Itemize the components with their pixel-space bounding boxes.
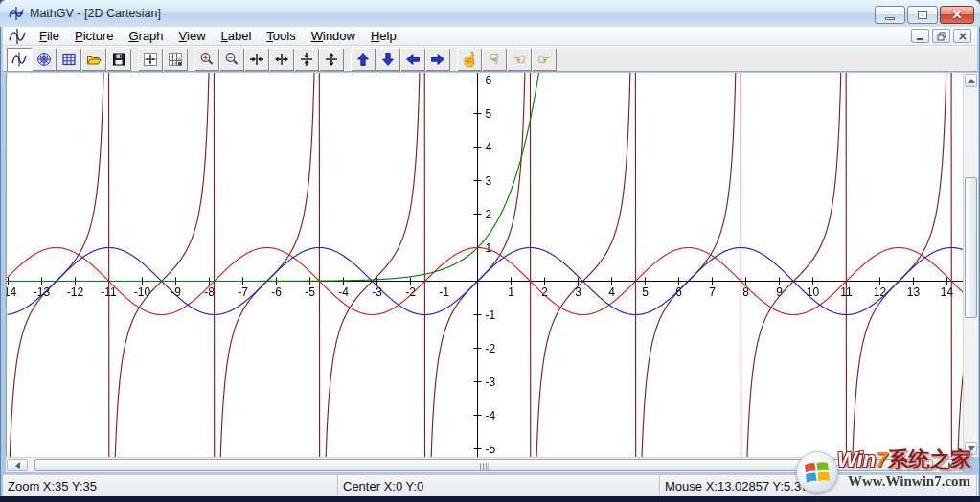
pan-right-button[interactable] — [425, 48, 450, 71]
hand-up-icon: ☝ — [461, 51, 479, 68]
hand-left-icon: ☜ — [513, 51, 525, 68]
vertical-scrollbar[interactable] — [963, 73, 978, 457]
nudge-right-button[interactable]: ☞ — [532, 48, 557, 71]
maximize-button[interactable] — [907, 6, 938, 24]
grid-settings-button[interactable] — [163, 48, 188, 71]
windows-logo-orb — [796, 451, 838, 493]
pan-down-button[interactable] — [376, 48, 400, 71]
menu-bar: FilePictureGraphViewLabelToolsWindowHelp — [3, 27, 977, 46]
axes-settings-button[interactable] — [138, 48, 163, 71]
axes-box-icon — [143, 52, 158, 67]
pan-left-button[interactable] — [400, 48, 425, 71]
compress-x-button[interactable] — [244, 48, 269, 71]
zoom-in-button[interactable] — [194, 48, 219, 71]
minimize-button[interactable] — [875, 6, 905, 24]
winwin7-watermark: Win7系统之家 Www.Winwin7.com — [794, 447, 980, 497]
close-button[interactable]: ✕ — [940, 6, 974, 24]
window-title: MathGV - [2D Cartesian] — [30, 7, 161, 20]
expand-x-button[interactable] — [269, 48, 294, 71]
maximize-icon — [918, 11, 927, 19]
watermark-cn: 系统之家 — [887, 447, 971, 471]
status-center: Center X:0 Y:0 — [338, 475, 660, 497]
title-bar[interactable]: MathGV - [2D Cartesian] ✕ — [0, 0, 980, 27]
open-file-button[interactable] — [81, 48, 106, 71]
hand-right-icon: ☞ — [537, 51, 550, 68]
scroll-left-icon — [15, 462, 20, 469]
expand-vertical-icon — [324, 52, 339, 67]
menu-graph[interactable]: Graph — [121, 27, 171, 45]
zoom-out-button[interactable] — [219, 48, 244, 71]
mdi-restore-button[interactable] — [932, 29, 950, 43]
save-file-button[interactable] — [106, 48, 131, 71]
arrow-down-icon — [380, 52, 396, 67]
floppy-disk-icon — [111, 52, 126, 67]
new-2d-function-graph-button[interactable] — [7, 48, 32, 71]
status-zoom: Zoom X:35 Y:35 — [3, 475, 338, 497]
menu-picture[interactable]: Picture — [67, 27, 121, 45]
arrow-right-icon — [430, 52, 445, 67]
mdi-close-icon — [958, 32, 968, 41]
nudge-left-button[interactable]: ☜ — [507, 48, 532, 71]
menu-label[interactable]: Label — [214, 27, 260, 45]
watermark-brand: Win7系统之家 — [837, 448, 971, 471]
mathgv-app-icon — [9, 6, 24, 21]
mdi-restore-icon — [937, 32, 946, 41]
mdi-close-button[interactable] — [953, 29, 971, 43]
nudge-up-button[interactable]: ☝ — [457, 48, 482, 71]
pan-up-button[interactable] — [351, 48, 376, 71]
scroll-left-button[interactable] — [7, 459, 28, 471]
compress-y-button[interactable] — [294, 48, 319, 71]
close-icon: ✕ — [952, 9, 963, 21]
nudge-down-button[interactable]: ☟ — [482, 48, 507, 71]
zoom-out-icon — [224, 52, 239, 67]
child-window-sine-icon — [9, 29, 26, 44]
grid-3d-icon — [61, 52, 77, 67]
sine-curve-icon — [11, 52, 27, 67]
scroll-up-button[interactable] — [965, 74, 977, 87]
menu-tools[interactable]: Tools — [259, 27, 303, 45]
polar-grid-icon — [36, 52, 52, 67]
windows-flag-icon — [803, 458, 832, 487]
menu-file[interactable]: File — [32, 27, 67, 45]
menu-window[interactable]: Window — [304, 27, 363, 45]
mathgv-window: MathGV - [2D Cartesian] ✕ FilePictureGra… — [0, 0, 980, 502]
scroll-up-icon — [968, 79, 975, 83]
minimize-icon — [885, 17, 895, 20]
cartesian-chart-canvas[interactable] — [7, 73, 964, 457]
watermark-url: Www.Winwin7.com — [848, 473, 970, 490]
mdi-minimize-icon — [916, 32, 925, 41]
menu-view[interactable]: View — [171, 27, 214, 45]
arrow-left-icon — [405, 52, 421, 67]
mdi-minimize-button[interactable] — [911, 29, 929, 43]
new-3d-graph-button[interactable] — [57, 48, 81, 71]
watermark-win: Win — [837, 447, 876, 471]
expand-horizontal-icon — [274, 52, 289, 67]
compress-horizontal-icon — [249, 52, 264, 67]
new-polar-graph-button[interactable] — [32, 48, 57, 71]
zoom-in-icon — [199, 52, 215, 67]
menu-help[interactable]: Help — [363, 27, 404, 45]
watermark-seven: 7 — [876, 447, 887, 471]
grid-box-icon — [168, 52, 183, 67]
hand-down-icon: ☟ — [490, 51, 498, 68]
scrollbar-grip — [480, 463, 489, 470]
mdi-window-controls — [911, 29, 971, 43]
compress-vertical-icon — [299, 52, 314, 67]
expand-y-button[interactable] — [319, 48, 344, 71]
vertical-scrollbar-thumb[interactable] — [965, 177, 977, 318]
arrow-up-icon — [355, 52, 371, 67]
open-folder-icon — [86, 52, 102, 67]
toolbar: ☝☟☜☞ — [3, 46, 977, 72]
plot-area[interactable] — [6, 73, 963, 457]
